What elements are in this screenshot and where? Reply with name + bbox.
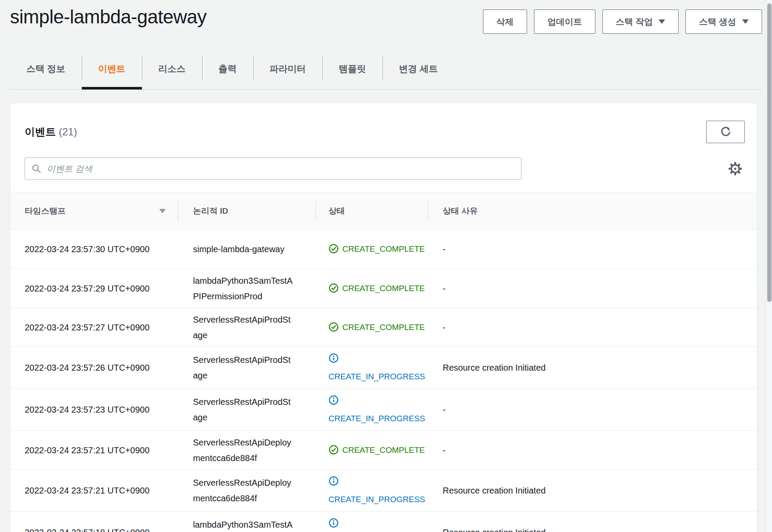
tab-resources[interactable]: 리소스	[142, 48, 202, 89]
cell-status-reason: -	[428, 402, 757, 417]
tab-change-sets[interactable]: 변경 세트	[383, 48, 454, 89]
tab-template[interactable]: 템플릿	[322, 48, 383, 89]
cell-status: CREATE_COMPLETE	[315, 279, 428, 298]
button-label: 스택 작업	[616, 16, 653, 28]
check-circle-icon	[328, 244, 339, 254]
gear-icon[interactable]	[728, 161, 743, 176]
tab-parameters[interactable]: 파라미터	[253, 48, 322, 89]
cell-status-reason: Resource creation Initiated	[428, 525, 757, 532]
status-label: CREATE_IN_PROGRESS	[328, 372, 425, 381]
tab-bar: 스택 정보 이벤트 리소스 출력 파라미터 템플릿 변경 세트	[10, 48, 762, 90]
cell-status: CREATE_IN_PROGRESS	[315, 349, 428, 386]
update-button[interactable]: 업데이트	[534, 10, 595, 34]
column-header-status-reason: 상태 사유	[428, 192, 757, 229]
table-header-row: 타임스탬프 논리적 ID 상태 상태 사유	[10, 192, 757, 230]
tab-label: 템플릿	[339, 63, 366, 75]
refresh-icon	[719, 125, 732, 138]
events-panel-title: 이벤트 (21)	[25, 125, 77, 139]
search-input[interactable]	[25, 157, 521, 180]
column-header-logical-id: 논리적 ID	[178, 192, 315, 229]
cell-logical-id: ServerlessRestApiProdStage	[178, 394, 315, 425]
events-title-text: 이벤트	[25, 126, 56, 138]
check-circle-icon	[328, 322, 339, 332]
status-label: CREATE_IN_PROGRESS	[328, 414, 425, 423]
table-body: 2022-03-24 23:57:30 UTC+0900 simple-lamb…	[10, 230, 757, 532]
info-circle-icon	[328, 395, 339, 405]
vertical-scrollbar	[766, 0, 772, 532]
tab-stack-info[interactable]: 스택 정보	[10, 48, 82, 89]
cell-status: CREATE_IN_PROGRESS	[315, 514, 428, 532]
caret-down-icon	[742, 19, 749, 24]
tab-events[interactable]: 이벤트	[82, 48, 142, 89]
cell-logical-id: ServerlessRestApiProdStage	[178, 312, 315, 343]
info-circle-icon	[328, 476, 339, 486]
tab-label: 스택 정보	[26, 63, 65, 75]
cell-status-reason: Resource creation Initiated	[428, 483, 757, 498]
refresh-button[interactable]	[706, 121, 745, 143]
search-field	[25, 157, 521, 180]
column-header-timestamp[interactable]: 타임스탬프	[25, 192, 178, 229]
status-label: CREATE_COMPLETE	[342, 284, 425, 293]
cell-timestamp: 2022-03-24 23:57:30 UTC+0900	[25, 241, 178, 257]
search-icon	[31, 163, 42, 176]
table-row: 2022-03-24 23:57:23 UTC+0900 ServerlessR…	[10, 388, 757, 430]
tab-label: 변경 세트	[399, 63, 438, 75]
cell-timestamp: 2022-03-24 23:57:23 UTC+0900	[25, 402, 178, 417]
table-row: 2022-03-24 23:57:26 UTC+0900 ServerlessR…	[10, 346, 757, 388]
events-table: 타임스탬프 논리적 ID 상태 상태 사유 2022-03-24 23:57:3…	[10, 192, 757, 532]
tab-outputs[interactable]: 출력	[202, 48, 253, 89]
status-label: CREATE_COMPLETE	[342, 323, 425, 332]
tab-label: 이벤트	[98, 63, 125, 75]
cell-timestamp: 2022-03-24 23:57:18 UTC+0900	[25, 525, 178, 532]
cell-status: CREATE_IN_PROGRESS	[315, 391, 428, 428]
cell-status-reason: -	[428, 320, 757, 335]
cell-status-reason: -	[428, 281, 757, 296]
status-label: CREATE_COMPLETE	[342, 244, 425, 253]
cell-timestamp: 2022-03-24 23:57:21 UTC+0900	[25, 442, 178, 458]
stack-actions-menu-button[interactable]: 스택 작업	[602, 10, 679, 34]
cell-timestamp: 2022-03-24 23:57:21 UTC+0900	[25, 483, 178, 498]
table-row: 2022-03-24 23:57:30 UTC+0900 simple-lamb…	[10, 230, 757, 269]
cell-logical-id: ServerlessRestApiDeploymentcca6de884f	[178, 475, 315, 506]
column-header-status: 상태	[315, 192, 428, 229]
cell-logical-id: simple-lambda-gateway	[178, 241, 315, 257]
cell-status-reason: -	[428, 442, 757, 458]
tabs: 스택 정보 이벤트 리소스 출력 파라미터 템플릿 변경 세트	[10, 48, 762, 89]
status-label: CREATE_IN_PROGRESS	[328, 495, 425, 504]
page-header: simple-lambda-gateway 삭제 업데이트 스택 작업 스택 생…	[0, 0, 772, 90]
table-row: 2022-03-24 23:57:27 UTC+0900 ServerlessR…	[10, 308, 757, 346]
page-title: simple-lambda-gateway	[10, 6, 206, 28]
cell-status: CREATE_IN_PROGRESS	[315, 472, 428, 509]
scrollbar-thumb[interactable]	[767, 3, 772, 302]
cell-timestamp: 2022-03-24 23:57:29 UTC+0900	[25, 281, 178, 296]
tab-label: 출력	[219, 63, 237, 75]
info-circle-icon	[328, 353, 339, 363]
tab-label: 리소스	[158, 63, 186, 75]
button-label: 스택 생성	[699, 16, 736, 28]
info-circle-icon	[328, 518, 339, 528]
delete-button[interactable]: 삭제	[483, 10, 527, 34]
button-label: 업데이트	[547, 16, 582, 28]
sort-descending-icon	[159, 209, 166, 213]
cell-status: CREATE_COMPLETE	[315, 240, 428, 258]
cell-logical-id: ServerlessRestApiDeploymentcca6de884f	[178, 435, 315, 466]
cell-status-reason: Resource creation Initiated	[428, 360, 757, 375]
cell-status-reason: -	[428, 241, 757, 257]
cell-logical-id: lambdaPython3SamTestAPIPermissionProd	[178, 273, 315, 304]
header-actions: 삭제 업데이트 스택 작업 스택 생성	[483, 6, 762, 34]
cell-status: CREATE_COMPLETE	[315, 318, 428, 337]
check-circle-icon	[328, 445, 339, 455]
events-panel: 이벤트 (21)	[10, 103, 757, 532]
table-row: 2022-03-24 23:57:29 UTC+0900 lambdaPytho…	[10, 269, 757, 308]
check-circle-icon	[328, 283, 339, 293]
table-row: 2022-03-24 23:57:21 UTC+0900 ServerlessR…	[10, 469, 757, 511]
cell-timestamp: 2022-03-24 23:57:27 UTC+0900	[25, 320, 178, 335]
button-label: 삭제	[496, 16, 514, 28]
cell-timestamp: 2022-03-24 23:57:26 UTC+0900	[25, 360, 178, 375]
status-label: CREATE_COMPLETE	[342, 445, 425, 455]
cell-status: CREATE_COMPLETE	[315, 441, 428, 459]
cell-logical-id: lambdaPython3SamTestAPIPermissionProd	[178, 517, 315, 532]
create-stack-menu-button[interactable]: 스택 생성	[685, 10, 762, 34]
tab-label: 파라미터	[270, 63, 306, 75]
table-row: 2022-03-24 23:57:21 UTC+0900 ServerlessR…	[10, 430, 757, 469]
